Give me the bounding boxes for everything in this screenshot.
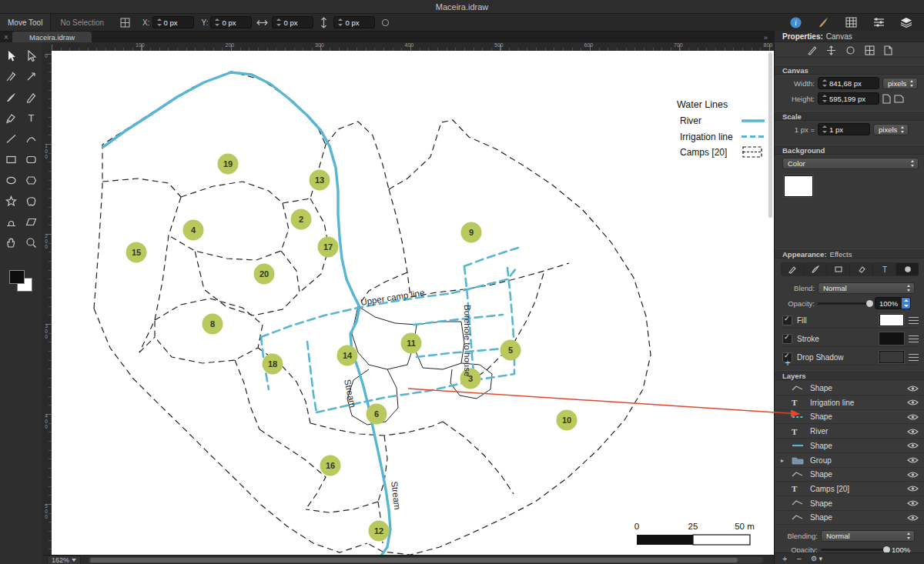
close-tab-button[interactable]: ×	[0, 33, 12, 42]
link-icon[interactable]	[377, 15, 393, 29]
scale-unit-dropdown[interactable]: pixels	[873, 124, 909, 135]
layer-settings-button[interactable]: ⚙ ▾	[811, 554, 822, 564]
effect-color-swatch[interactable]	[879, 351, 904, 363]
layer-row-irrigation-line[interactable]: TIrrigation line	[775, 396, 924, 410]
info-icon[interactable]: i	[788, 15, 803, 29]
marker-tool[interactable]	[2, 111, 22, 125]
arc-tool[interactable]	[22, 132, 42, 146]
canvas-area[interactable]: 19132417915208115141836101612Upper camp …	[52, 51, 774, 555]
effect-checkbox[interactable]	[782, 334, 792, 344]
width-field[interactable]: 0 px	[272, 16, 313, 28]
canvas-vertical-scrollbar[interactable]	[768, 51, 773, 555]
effect-options-icon[interactable]	[909, 354, 919, 361]
background-color-swatch[interactable]	[784, 175, 813, 197]
effect-row-drop-shadow[interactable]: Drop Shadow	[782, 349, 919, 365]
rounded-rect-tool[interactable]	[22, 152, 42, 167]
effect-color-swatch[interactable]	[879, 314, 904, 326]
layer-visibility-eye-icon[interactable]	[907, 471, 919, 479]
layer-row-shape[interactable]: Shape	[775, 511, 924, 525]
appearance-pencil-icon[interactable]	[781, 263, 804, 275]
grid-view-icon[interactable]	[843, 15, 859, 29]
select-tool[interactable]	[22, 48, 42, 63]
remove-layer-button[interactable]: −	[796, 554, 801, 564]
canvas-height-field[interactable]: 595,199 px	[818, 92, 879, 105]
sliders-icon[interactable]	[871, 15, 886, 29]
parallelogram-tool[interactable]	[22, 215, 42, 229]
horizontal-scroll-thumb[interactable]	[90, 558, 738, 562]
layer-row-shape[interactable]: Shape	[775, 410, 924, 424]
layer-blending-dropdown[interactable]: Normal	[821, 530, 915, 542]
pencil-tool[interactable]	[22, 90, 42, 105]
height-stepper[interactable]	[337, 18, 343, 26]
layer-row-camps-20-[interactable]: TCamps [20]	[775, 482, 924, 496]
height-field[interactable]: 0 px	[333, 16, 375, 28]
canvas-width-unit-dropdown[interactable]: pixels	[882, 78, 918, 89]
layer-visibility-eye-icon[interactable]	[907, 428, 919, 436]
appearance-text-icon[interactable]: T	[873, 263, 896, 275]
style-brush-icon[interactable]	[815, 15, 831, 29]
scale-value-field[interactable]: 1 px	[818, 123, 870, 135]
alignment-grid-icon[interactable]	[117, 15, 132, 29]
layer-row-shape[interactable]: Shape	[775, 468, 924, 482]
canvas-width-field[interactable]: 841,68 px	[818, 77, 879, 89]
layers-stack-icon[interactable]	[899, 15, 914, 29]
layer-visibility-eye-icon[interactable]	[907, 442, 919, 449]
page-mode-icon[interactable]	[884, 45, 892, 55]
layer-visibility-eye-icon[interactable]	[907, 413, 919, 421]
move-tool[interactable]	[2, 48, 22, 63]
y-field[interactable]: 0 px	[210, 16, 252, 28]
x-field[interactable]: 0 px	[152, 16, 194, 28]
appearance-rect-icon[interactable]	[827, 263, 850, 275]
brush-tool[interactable]	[2, 90, 22, 105]
disclosure-triangle-icon[interactable]: ▸	[781, 457, 784, 464]
hand-tool[interactable]	[2, 235, 22, 250]
layer-visibility-eye-icon[interactable]	[907, 499, 919, 507]
background-mode-dropdown[interactable]: Color	[782, 158, 919, 169]
current-tool-label[interactable]: Move Tool	[0, 14, 51, 31]
effect-row-stroke[interactable]: Stroke	[782, 331, 919, 347]
pen-mode-icon[interactable]	[807, 45, 817, 55]
star-tool[interactable]	[2, 194, 22, 209]
blob-tool[interactable]	[22, 194, 42, 209]
layer-visibility-eye-icon[interactable]	[907, 456, 919, 464]
add-layer-button[interactable]: +	[782, 554, 787, 564]
zoom-tool[interactable]	[22, 235, 42, 250]
layer-visibility-eye-icon[interactable]	[907, 385, 919, 392]
canvas-width-stepper[interactable]	[822, 79, 827, 87]
opacity-stepper[interactable]	[902, 298, 910, 309]
opacity-value-field[interactable]: 100%	[875, 297, 911, 309]
transform-arrow-tool[interactable]	[22, 69, 42, 84]
layer-row-shape[interactable]: Shape	[775, 439, 924, 453]
fill-color-swatch[interactable]	[9, 270, 25, 284]
layer-opacity-slider[interactable]	[821, 549, 889, 551]
layer-row-group[interactable]: ▸Group	[775, 454, 924, 468]
canvas-height-stepper[interactable]	[822, 95, 827, 102]
effect-checkbox[interactable]	[782, 315, 792, 325]
tab-overflow-button[interactable]: »	[764, 33, 774, 42]
scale-stepper[interactable]	[822, 125, 827, 133]
layer-visibility-eye-icon[interactable]	[907, 399, 919, 406]
appearance-shape-icon[interactable]	[896, 263, 919, 275]
move-mode-icon[interactable]	[826, 45, 836, 55]
shape-mode-icon[interactable]	[845, 45, 855, 55]
zoom-level-dropdown[interactable]: 162%	[47, 556, 81, 564]
effect-row-fill[interactable]: Fill	[782, 312, 919, 329]
width-stepper[interactable]	[276, 18, 281, 26]
rectangle-tool[interactable]	[2, 152, 22, 167]
effect-options-icon[interactable]	[909, 335, 919, 342]
layer-row-shape[interactable]: Shape	[775, 497, 924, 511]
fill-stroke-swatch[interactable]	[9, 270, 34, 293]
layer-visibility-eye-icon[interactable]	[907, 485, 919, 492]
effect-color-swatch[interactable]	[879, 332, 904, 345]
layer-row-shape[interactable]: Shape	[775, 382, 924, 395]
appearance-brush-icon[interactable]	[804, 263, 827, 275]
ellipse-tool[interactable]	[2, 173, 22, 188]
appearance-marker-icon[interactable]	[850, 263, 873, 275]
text-tool[interactable]: T	[22, 111, 42, 125]
polygon-tool[interactable]	[22, 173, 42, 188]
vertical-scroll-thumb[interactable]	[768, 52, 772, 218]
y-stepper[interactable]	[214, 18, 219, 26]
grid-mode-icon[interactable]	[865, 45, 875, 55]
document-tab[interactable]: Maceira.idraw	[12, 32, 92, 42]
knife-tool[interactable]	[2, 69, 22, 84]
